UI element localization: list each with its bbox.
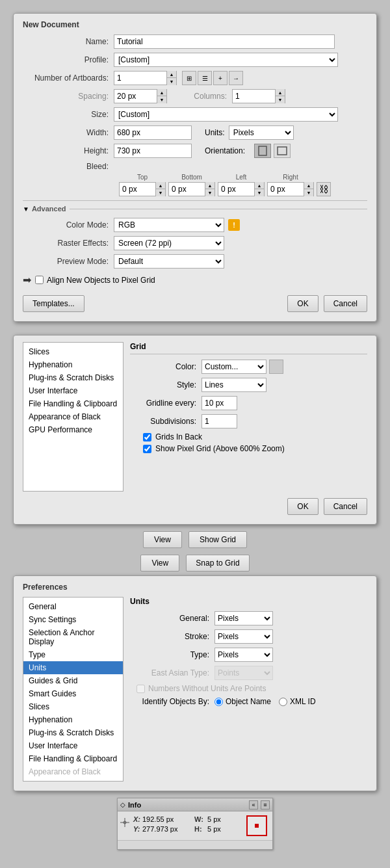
snap-to-grid-button[interactable]: Snap to Grid	[186, 555, 249, 572]
prefs-grid-cancel[interactable]: Cancel	[324, 498, 367, 515]
artboard-grid-icon[interactable]: ⊞	[182, 71, 196, 85]
cancel-button[interactable]: Cancel	[324, 295, 367, 312]
artboard-col-icon[interactable]: +	[213, 71, 228, 85]
units-general-row: General: Pixels	[130, 611, 367, 625]
sidebar-slices-u[interactable]: Slices	[23, 700, 123, 713]
bleed-top-up[interactable]: ▲	[156, 182, 165, 189]
artboards-up[interactable]: ▲	[167, 71, 176, 78]
show-pixel-grid-row: Show Pixel Grid (Above 600% Zoom)	[130, 444, 367, 453]
width-input[interactable]	[114, 125, 192, 140]
ok-button[interactable]: OK	[287, 295, 318, 312]
sidebar-item-slices[interactable]: Slices	[23, 345, 123, 358]
grids-in-back-checkbox[interactable]	[143, 433, 151, 441]
preview-mode-select[interactable]: Default	[114, 254, 224, 269]
panel-collapse-btn[interactable]: «	[249, 800, 258, 809]
sidebar-plugins-u[interactable]: Plug-ins & Scratch Disks	[23, 726, 123, 739]
sidebar-appearance-u[interactable]: Appearance of Black	[23, 765, 123, 778]
bleed-bottom-input[interactable]	[169, 183, 205, 196]
align-checkbox[interactable]	[35, 276, 44, 284]
subdivisions-row: Subdivisions:	[130, 414, 367, 428]
profile-select[interactable]: [Custom]	[114, 53, 338, 67]
portrait-btn[interactable]	[254, 144, 271, 158]
grid-color-select[interactable]: Custom...	[202, 360, 266, 374]
bleed-bottom-up[interactable]: ▲	[205, 182, 214, 189]
object-name-radio[interactable]	[214, 698, 223, 706]
y-label: Y:	[133, 825, 142, 833]
sidebar-ui-u[interactable]: User Interface	[23, 739, 123, 752]
subdivisions-input[interactable]	[202, 414, 237, 428]
spacing-down[interactable]: ▼	[157, 96, 166, 103]
x-label: X:	[133, 815, 142, 823]
units-type-select[interactable]: Pixels	[214, 648, 273, 662]
size-label: Size:	[23, 110, 114, 119]
sidebar-item-plugins[interactable]: Plug-ins & Scratch Disks	[23, 371, 123, 384]
sidebar-hyphenation-u[interactable]: Hyphenation	[23, 713, 123, 726]
units-stroke-label: Stroke:	[130, 632, 214, 641]
artboards-spinner: ▲ ▼	[114, 71, 177, 85]
chain-button[interactable]: ⛓	[317, 182, 331, 196]
bleed-left-down[interactable]: ▼	[255, 189, 264, 196]
artboard-row-icon[interactable]: ☰	[198, 71, 212, 85]
sidebar-guides-grid[interactable]: Guides & Grid	[23, 674, 123, 687]
sidebar-type[interactable]: Type	[23, 648, 123, 661]
units-general-select[interactable]: Pixels	[214, 611, 273, 625]
sidebar-item-appearance-black[interactable]: Appearance of Black	[23, 410, 123, 423]
bleed-top-down[interactable]: ▼	[156, 189, 165, 196]
sidebar-smart-guides[interactable]: Smart Guides	[23, 687, 123, 700]
color-swatch[interactable]	[269, 360, 283, 374]
spacing-input[interactable]	[114, 90, 157, 103]
artboards-input[interactable]	[114, 72, 166, 85]
sidebar-units[interactable]: Units	[23, 661, 123, 674]
panel-menu-btn[interactable]: ≡	[261, 800, 270, 809]
raster-effects-select[interactable]: Screen (72 ppi)	[114, 236, 224, 250]
info-panel-title: Info	[128, 801, 141, 809]
height-input[interactable]	[114, 144, 192, 158]
units-stroke-select[interactable]: Pixels	[214, 629, 273, 644]
spacing-up[interactable]: ▲	[157, 89, 166, 96]
bleed-right-down[interactable]: ▼	[304, 189, 313, 196]
bleed-right-input[interactable]	[268, 183, 304, 196]
artboards-down[interactable]: ▼	[167, 78, 176, 85]
bleed-left-input[interactable]	[218, 183, 254, 196]
sidebar-item-gpu[interactable]: GPU Performance	[23, 423, 123, 436]
artboard-arrow-icon[interactable]: →	[229, 71, 243, 85]
color-mode-select[interactable]: RGB	[114, 218, 224, 232]
show-grid-button[interactable]: Show Grid	[188, 531, 247, 548]
advanced-header: ▼ Advanced	[23, 205, 367, 213]
bleed-right-group: Right ▲ ▼	[267, 174, 314, 196]
sidebar-selection[interactable]: Selection & Anchor Display	[23, 626, 123, 648]
columns-up[interactable]: ▲	[276, 89, 285, 96]
bleed-bottom-down[interactable]: ▼	[205, 189, 214, 196]
view-button-2[interactable]: View	[140, 555, 179, 572]
columns-down[interactable]: ▼	[276, 96, 285, 103]
sidebar-sync[interactable]: Sync Settings	[23, 613, 123, 626]
sidebar-file-u[interactable]: File Handling & Clipboard	[23, 752, 123, 765]
prefs-grid-buttons: OK Cancel	[23, 498, 367, 515]
sidebar-item-hyphenation[interactable]: Hyphenation	[23, 358, 123, 371]
landscape-btn[interactable]	[274, 144, 291, 158]
units-select[interactable]: Pixels	[229, 125, 294, 140]
templates-button[interactable]: Templates...	[23, 295, 84, 312]
prefs-layout: Slices Hyphenation Plug-ins & Scratch Di…	[23, 342, 367, 492]
prefs-grid-ok[interactable]: OK	[287, 498, 318, 515]
info-panel-wrapper: ◇ Info « ≡ X: 192.55 px	[0, 798, 390, 850]
size-select[interactable]: [Custom]	[114, 107, 338, 122]
gridline-input[interactable]	[202, 396, 237, 410]
bleed-right-up[interactable]: ▲	[304, 182, 313, 189]
show-pixel-grid-checkbox[interactable]	[143, 445, 151, 453]
bleed-left-up[interactable]: ▲	[255, 182, 264, 189]
sidebar-item-ui[interactable]: User Interface	[23, 384, 123, 397]
columns-input[interactable]	[233, 90, 275, 103]
width-units-row: Width: Units: Pixels	[23, 125, 367, 140]
sidebar-general[interactable]: General	[23, 600, 123, 613]
advanced-toggle[interactable]: ▼	[23, 205, 29, 213]
height-orient-row: Height: Orientation:	[23, 144, 367, 158]
name-input[interactable]	[114, 34, 335, 49]
view-button-1[interactable]: View	[143, 531, 182, 548]
xml-id-radio[interactable]	[279, 698, 287, 706]
bleed-top-input[interactable]	[120, 183, 155, 196]
sidebar-item-file-handling[interactable]: File Handling & Clipboard	[23, 397, 123, 410]
identify-label: Identify Objects By:	[130, 697, 214, 706]
grid-style-select[interactable]: Lines	[202, 378, 266, 392]
new-doc-buttons: Templates... OK Cancel	[23, 295, 367, 312]
